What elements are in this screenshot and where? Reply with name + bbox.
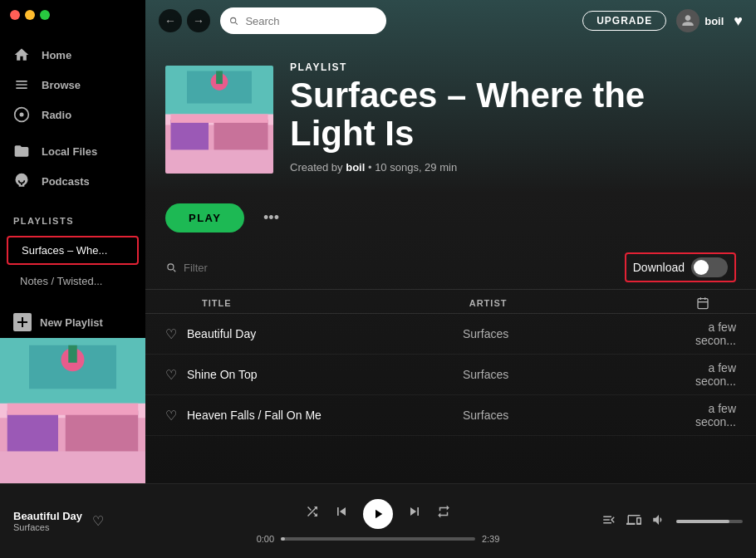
track-columns: TITLE ARTIST: [145, 293, 756, 314]
browse-icon: [13, 76, 30, 93]
track-title-2: Heaven Falls / Fall On Me: [187, 409, 463, 422]
volume-fill: [676, 520, 729, 523]
sidebar: Home Browse Radio Local Files Podcasts P…: [0, 0, 145, 483]
app-container: Home Browse Radio Local Files Podcasts P…: [0, 0, 756, 483]
track-heart-2[interactable]: ♡: [165, 408, 177, 423]
new-playlist-button[interactable]: New Playlist: [0, 306, 145, 338]
download-label: Download: [633, 261, 685, 274]
track-artist-0: Surfaces: [463, 327, 670, 340]
traffic-lights: [10, 10, 50, 20]
sidebar-item-local-files[interactable]: Local Files: [0, 136, 145, 166]
queue-button[interactable]: [601, 512, 616, 531]
sidebar-item-podcasts[interactable]: Podcasts: [0, 166, 145, 196]
table-row[interactable]: ♡ Heaven Falls / Fall On Me Surfaces a f…: [145, 395, 756, 436]
back-button[interactable]: ←: [159, 9, 182, 32]
volume-area: [676, 520, 743, 523]
sidebar-home-label: Home: [42, 49, 71, 61]
sidebar-album-art: [0, 338, 145, 483]
track-title-1: Shine On Top: [187, 368, 463, 381]
player-bar: Beautiful Day Surfaces ♡ 0:00: [0, 483, 756, 558]
filter-input[interactable]: [184, 262, 323, 274]
toggle-slider: [691, 257, 728, 277]
sidebar-item-radio[interactable]: Radio: [0, 100, 145, 130]
podcasts-label: Podcasts: [42, 175, 90, 188]
track-date-0: a few secon...: [670, 321, 736, 347]
sidebar-item-home[interactable]: Home: [0, 40, 145, 70]
playlist-meta: Created by boil • 10 songs, 29 min: [290, 161, 736, 174]
progress-track[interactable]: [281, 537, 475, 541]
playlist-controls: PLAY •••: [145, 190, 756, 246]
download-area: Download: [625, 252, 736, 282]
app-header: ← → UPGRADE boil ♥: [145, 0, 756, 42]
track-list-header: Download: [145, 246, 756, 290]
track-artist-2: Surfaces: [463, 409, 670, 422]
player-left: Beautiful Day Surfaces ♡: [13, 510, 257, 532]
next-button[interactable]: [406, 503, 423, 524]
podcasts-icon: [13, 173, 30, 189]
track-date-1: a few secon...: [670, 361, 736, 388]
user-icon: [676, 9, 700, 32]
shuffle-icon: [305, 504, 320, 519]
new-playlist-label: New Playlist: [40, 316, 103, 329]
repeat-icon: [436, 504, 451, 519]
volume-track[interactable]: [676, 520, 743, 523]
previous-button[interactable]: [333, 503, 350, 524]
sidebar-item-surfaces[interactable]: Surfaces – Whe...: [7, 236, 139, 265]
track-heart-1[interactable]: ♡: [165, 367, 177, 383]
progress-fill: [281, 537, 285, 541]
previous-icon: [333, 503, 350, 520]
player-heart-icon[interactable]: ♡: [92, 513, 104, 529]
track-list: ♡ Beautiful Day Surfaces a few secon... …: [145, 314, 756, 436]
devices-icon: [626, 512, 641, 527]
track-artist-1: Surfaces: [463, 368, 670, 381]
sidebar-item-notes[interactable]: Notes / Twisted...: [7, 268, 139, 294]
maximize-button[interactable]: [40, 10, 50, 20]
header-right: UPGRADE boil ♥: [582, 9, 743, 32]
next-icon: [406, 503, 423, 520]
close-button[interactable]: [10, 10, 20, 20]
table-row[interactable]: ♡ Beautiful Day Surfaces a few secon...: [145, 314, 756, 355]
table-row[interactable]: ♡ Shine On Top Surfaces a few secon...: [145, 355, 756, 395]
player-song-artist: Surfaces: [13, 522, 82, 532]
more-icon: •••: [263, 209, 279, 227]
track-heart-0[interactable]: ♡: [165, 326, 177, 342]
sidebar-item-browse[interactable]: Browse: [0, 70, 145, 100]
search-input[interactable]: [245, 15, 378, 27]
date-added-icon: [696, 296, 709, 310]
devices-button[interactable]: [626, 512, 641, 531]
playlist-cover: [165, 66, 273, 174]
volume-button[interactable]: [651, 512, 666, 531]
playlist-type: PLAYLIST: [290, 61, 736, 73]
player-song-info: Beautiful Day Surfaces: [13, 510, 82, 532]
track-title-0: Beautiful Day: [187, 327, 463, 340]
playlists-title: PLAYLISTS: [0, 203, 145, 232]
user-area[interactable]: boil: [676, 9, 724, 32]
shuffle-button[interactable]: [305, 504, 320, 523]
forward-button[interactable]: →: [187, 9, 210, 32]
playlist-title: Surfaces – Where the Light Is: [290, 76, 736, 153]
playlist-header: PLAYLIST Surfaces – Where the Light Is C…: [145, 42, 756, 190]
filter-area: [165, 262, 625, 274]
radio-icon: [13, 106, 30, 123]
sidebar-radio-label: Radio: [42, 109, 71, 121]
upgrade-button[interactable]: UPGRADE: [582, 11, 666, 31]
svg-point-1: [20, 113, 24, 117]
user-name: boil: [704, 15, 724, 27]
sidebar-nav: Home Browse Radio: [0, 33, 145, 136]
notifications-icon[interactable]: ♥: [734, 12, 743, 30]
minimize-button[interactable]: [25, 10, 35, 20]
current-time: 0:00: [257, 534, 274, 544]
main-content: ← → UPGRADE boil ♥: [145, 0, 756, 483]
new-playlist-icon: [13, 313, 32, 331]
search-icon: [228, 15, 238, 27]
creator-link[interactable]: boil: [346, 161, 365, 174]
repeat-button[interactable]: [436, 504, 451, 523]
col-artist: ARTIST: [469, 298, 670, 308]
more-options-button[interactable]: •••: [258, 205, 284, 232]
play-button[interactable]: PLAY: [165, 203, 244, 232]
filter-search-icon: [165, 262, 177, 273]
play-pause-button[interactable]: [363, 499, 393, 529]
track-date-2: a few secon...: [670, 402, 736, 428]
player-center: 0:00 2:39: [257, 499, 500, 544]
download-toggle[interactable]: [691, 257, 728, 277]
